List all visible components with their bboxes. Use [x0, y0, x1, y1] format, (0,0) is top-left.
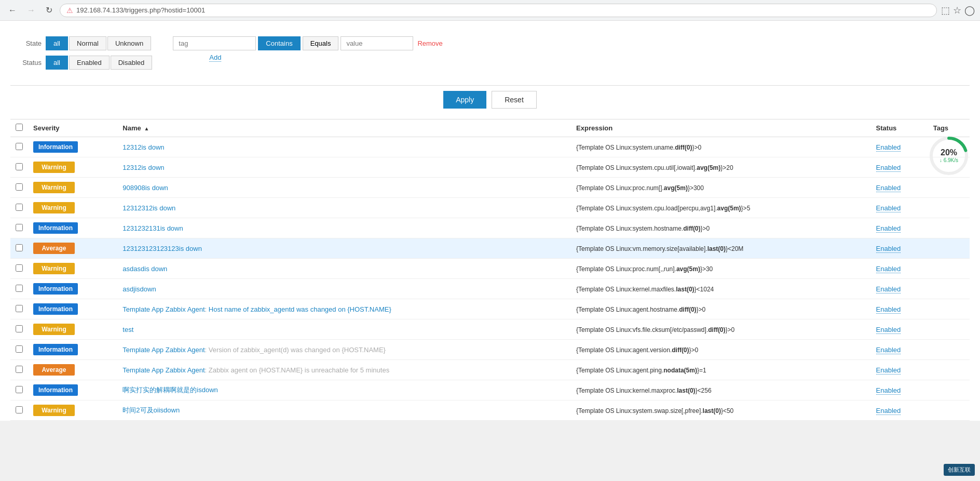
table-row: Information12312is down{Template OS Linu… — [10, 137, 970, 157]
status-link[interactable]: Enabled — [876, 346, 901, 354]
status-link[interactable]: Enabled — [876, 204, 901, 212]
row-checkbox[interactable] — [16, 224, 23, 231]
name-link[interactable]: Zabbix agent on {HOST.NAME} is unreachab… — [209, 366, 389, 374]
expression-text: {Template OS Linux:proc.num[,,run].avg(5… — [576, 265, 713, 273]
tags-cell — [928, 319, 970, 340]
refresh-button[interactable]: ↻ — [43, 4, 56, 16]
extension-icon[interactable]: ⬚ — [941, 5, 950, 16]
status-cell: Enabled — [871, 259, 928, 279]
row-checkbox[interactable] — [16, 183, 23, 191]
expression-text: {Template OS Linux:agent.version.diff(0)… — [576, 346, 698, 354]
name-link[interactable]: asdjisdown — [122, 285, 156, 293]
forward-button[interactable]: → — [24, 5, 38, 16]
name-link[interactable]: Version of zabbix_agent(d) was changed o… — [209, 346, 386, 354]
row-checkbox[interactable] — [16, 285, 23, 292]
row-checkbox[interactable] — [16, 406, 23, 413]
row-checkbox[interactable] — [16, 163, 23, 170]
page-content: State all Normal Unknown Status all Enab… — [0, 21, 980, 421]
progress-widget: 20% ↓ 6.9K/s — [928, 135, 970, 177]
back-button[interactable]: ← — [5, 5, 20, 16]
name-link[interactable]: 12312312is down — [122, 204, 175, 212]
row-checkbox-cell — [10, 380, 28, 400]
status-link[interactable]: Enabled — [876, 285, 901, 293]
header-checkbox-col — [10, 119, 28, 137]
row-checkbox[interactable] — [16, 204, 23, 211]
status-link[interactable]: Enabled — [876, 184, 901, 192]
address-bar[interactable]: ⚠ 192.168.74.133/triggers.php?hostid=100… — [60, 4, 937, 17]
profile-icon[interactable]: ◯ — [964, 5, 975, 16]
row-checkbox[interactable] — [16, 345, 23, 353]
status-link[interactable]: Enabled — [876, 326, 901, 334]
status-link[interactable]: Enabled — [876, 224, 901, 233]
row-checkbox[interactable] — [16, 325, 23, 332]
name-prefix: Template App Zabbix Agent: — [122, 366, 209, 374]
reset-button[interactable]: Reset — [492, 91, 537, 109]
status-link[interactable]: Enabled — [876, 143, 901, 152]
status-link[interactable]: Enabled — [876, 386, 901, 395]
add-link[interactable]: Add — [209, 54, 221, 62]
select-all-checkbox[interactable] — [16, 124, 23, 131]
name-link[interactable]: 1231232131is down — [122, 224, 183, 232]
sort-arrow-icon: ▲ — [144, 126, 149, 131]
status-link[interactable]: Enabled — [876, 366, 901, 375]
status-enabled-button[interactable]: Enabled — [69, 56, 110, 70]
header-name[interactable]: Name ▲ — [117, 119, 571, 137]
name-link[interactable]: asdasdis down — [122, 265, 167, 273]
name-link[interactable]: 12312is down — [122, 143, 164, 151]
status-link[interactable]: Enabled — [876, 265, 901, 273]
severity-cell: Information — [28, 340, 117, 360]
row-checkbox[interactable] — [16, 264, 23, 272]
severity-badge: Warning — [33, 405, 75, 416]
name-prefix-link[interactable]: Template App Zabbix Agent — [122, 366, 205, 374]
table-row: Warning时间2可及oiisdown{Template OS Linux:s… — [10, 400, 970, 421]
name-prefix-link[interactable]: Template App Zabbix Agent — [122, 305, 205, 313]
bookmark-icon[interactable]: ☆ — [953, 5, 961, 16]
status-link[interactable]: Enabled — [876, 245, 901, 253]
state-normal-button[interactable]: Normal — [69, 36, 106, 50]
name-cell: 啊实打实的解耦啊就是的isdown — [117, 380, 571, 400]
status-link[interactable]: Enabled — [876, 407, 901, 415]
status-disabled-button[interactable]: Disabled — [111, 56, 153, 70]
severity-badge: Average — [33, 364, 75, 376]
name-cell: 123123123123123is down — [117, 238, 571, 259]
name-prefix-link[interactable]: Template App Zabbix Agent — [122, 346, 205, 354]
expression-text: {Template OS Linux:kernel.maxfiles.last(… — [576, 286, 714, 293]
tag-value-input[interactable] — [341, 36, 413, 50]
filter-section: State all Normal Unknown Status all Enab… — [10, 31, 970, 85]
apply-button[interactable]: Apply — [443, 91, 486, 109]
tags-cell — [928, 380, 970, 400]
name-link[interactable]: 123123123123123is down — [122, 245, 202, 252]
name-link[interactable]: 908908is down — [122, 184, 168, 192]
remove-link[interactable]: Remove — [417, 39, 442, 47]
name-link[interactable]: 啊实打实的解耦啊就是的isdown — [122, 386, 217, 394]
name-cell: 908908is down — [117, 178, 571, 198]
insecure-icon: ⚠ — [66, 6, 73, 15]
name-link[interactable]: Host name of zabbix_agentd was changed o… — [209, 305, 391, 313]
row-checkbox[interactable] — [16, 143, 23, 150]
equals-button[interactable]: Equals — [303, 36, 339, 50]
state-all-button[interactable]: all — [46, 36, 68, 50]
status-cell: Enabled — [871, 238, 928, 259]
status-link[interactable]: Enabled — [876, 164, 901, 172]
row-checkbox[interactable] — [16, 366, 23, 373]
table-row: AverageTemplate App Zabbix Agent: Zabbix… — [10, 360, 970, 380]
name-link[interactable]: test — [122, 326, 133, 333]
severity-badge: Warning — [33, 263, 75, 274]
tag-input[interactable] — [173, 36, 256, 50]
row-checkbox[interactable] — [16, 244, 23, 251]
expression-cell: {Template OS Linux:agent.ping.nodata(5m)… — [571, 360, 870, 380]
name-link[interactable]: 时间2可及oiisdown — [122, 406, 180, 414]
severity-cell: Information — [28, 279, 117, 299]
severity-badge: Information — [33, 303, 78, 315]
row-checkbox[interactable] — [16, 305, 23, 312]
state-btn-group: all Normal Unknown — [46, 36, 151, 50]
status-all-button[interactable]: all — [46, 56, 68, 70]
status-link[interactable]: Enabled — [876, 305, 901, 314]
status-cell: Enabled — [871, 380, 928, 400]
state-unknown-button[interactable]: Unknown — [107, 36, 151, 50]
row-checkbox[interactable] — [16, 386, 23, 393]
contains-button[interactable]: Contains — [258, 36, 300, 50]
progress-circle: 20% ↓ 6.9K/s — [928, 135, 970, 178]
name-link[interactable]: 12312is down — [122, 164, 164, 171]
status-cell: Enabled — [871, 400, 928, 421]
